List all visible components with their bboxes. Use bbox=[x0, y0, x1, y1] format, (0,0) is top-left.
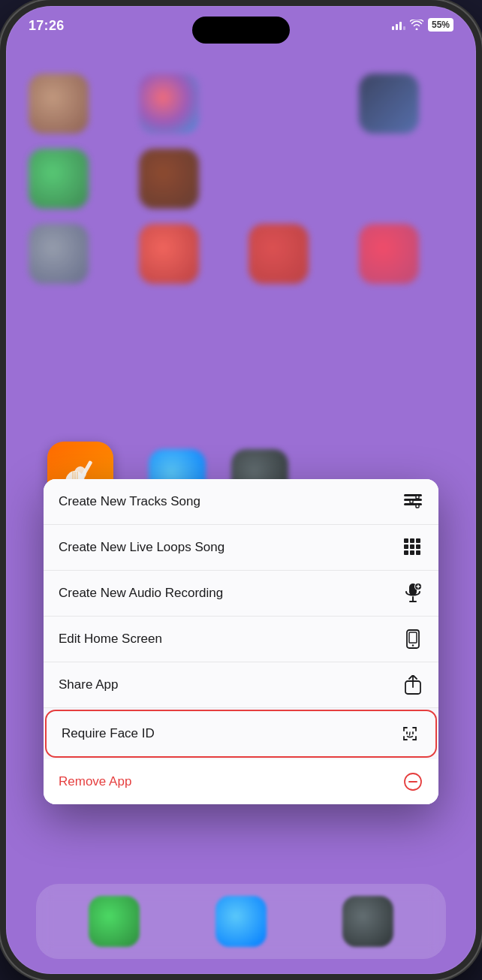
grid-icon bbox=[402, 537, 423, 558]
svg-rect-15 bbox=[416, 538, 420, 543]
bg-app-5 bbox=[139, 149, 199, 209]
dock bbox=[36, 884, 446, 959]
bg-app-4 bbox=[29, 149, 89, 209]
svg-rect-13 bbox=[404, 538, 408, 543]
battery-indicator: 55% bbox=[428, 18, 453, 32]
bg-app-2 bbox=[139, 74, 199, 134]
phone-icon bbox=[402, 629, 423, 650]
menu-item-label-face-id: Require Face ID bbox=[62, 725, 390, 742]
bg-app-7 bbox=[139, 224, 199, 284]
svg-rect-11 bbox=[410, 500, 413, 503]
menu-item-create-live-loops[interactable]: Create New Live Loops Song bbox=[44, 525, 438, 571]
menu-item-label-share: Share App bbox=[59, 677, 393, 693]
svg-rect-20 bbox=[410, 550, 414, 555]
svg-rect-17 bbox=[410, 544, 414, 549]
menu-item-label-create-tracks: Create New Tracks Song bbox=[59, 493, 393, 510]
battery-level: 55 bbox=[432, 20, 441, 30]
share-icon bbox=[402, 674, 423, 695]
mic-icon bbox=[402, 583, 423, 604]
signal-bar-3 bbox=[399, 22, 402, 30]
wifi-icon bbox=[410, 20, 423, 30]
signal-bar-4 bbox=[403, 26, 405, 30]
svg-rect-21 bbox=[416, 550, 420, 555]
bg-app-1 bbox=[29, 74, 89, 134]
bg-app-9 bbox=[359, 224, 419, 284]
menu-item-create-tracks-song[interactable]: Create New Tracks Song bbox=[44, 479, 438, 525]
app-grid-row2 bbox=[29, 149, 453, 209]
menu-item-edit-home-screen[interactable]: Edit Home Screen bbox=[44, 617, 438, 662]
status-time: 17:26 bbox=[29, 18, 65, 34]
svg-rect-30 bbox=[409, 632, 417, 643]
status-icons: 55% bbox=[392, 18, 453, 32]
bg-app-empty3 bbox=[359, 149, 454, 209]
dock-icon-1[interactable] bbox=[89, 896, 140, 947]
app-grid-row3 bbox=[29, 224, 453, 284]
svg-point-31 bbox=[412, 644, 414, 646]
phone-frame: 17:26 55% bbox=[0, 0, 482, 980]
dynamic-island bbox=[192, 17, 290, 44]
bg-app-8 bbox=[249, 224, 309, 284]
svg-rect-10 bbox=[416, 496, 419, 499]
bg-app-empty bbox=[249, 74, 344, 134]
bg-app-3 bbox=[359, 74, 419, 134]
menu-item-label-audio-recording: Create New Audio Recording bbox=[59, 585, 393, 602]
dock-icon-3[interactable] bbox=[342, 896, 393, 947]
context-menu: Create New Tracks Song Create New Live L… bbox=[44, 479, 438, 804]
app-grid-row1 bbox=[29, 74, 453, 134]
svg-rect-19 bbox=[404, 550, 408, 555]
svg-rect-12 bbox=[416, 505, 419, 508]
signal-bar-2 bbox=[396, 24, 398, 30]
bg-app-empty2 bbox=[249, 149, 344, 209]
menu-item-remove-app[interactable]: Remove App bbox=[44, 759, 438, 804]
svg-line-35 bbox=[410, 732, 411, 735]
svg-rect-14 bbox=[410, 538, 414, 543]
bg-app-6 bbox=[29, 224, 89, 284]
menu-item-label-live-loops: Create New Live Loops Song bbox=[59, 539, 393, 556]
signal-bars-icon bbox=[392, 20, 405, 30]
tracks-icon bbox=[402, 491, 423, 512]
svg-rect-16 bbox=[404, 544, 408, 549]
menu-item-require-face-id[interactable]: Require Face ID bbox=[45, 710, 437, 758]
faceid-icon bbox=[399, 723, 420, 744]
menu-item-create-audio-recording[interactable]: Create New Audio Recording bbox=[44, 571, 438, 617]
menu-item-label-remove: Remove App bbox=[59, 773, 393, 790]
phone-screen: 17:26 55% bbox=[6, 6, 476, 974]
signal-bar-1 bbox=[392, 26, 394, 30]
menu-item-label-edit-home: Edit Home Screen bbox=[59, 631, 393, 647]
dock-icon-2[interactable] bbox=[215, 896, 267, 947]
minus-circle-icon bbox=[402, 771, 423, 792]
menu-item-share-app[interactable]: Share App bbox=[44, 662, 438, 708]
svg-rect-18 bbox=[416, 544, 420, 549]
